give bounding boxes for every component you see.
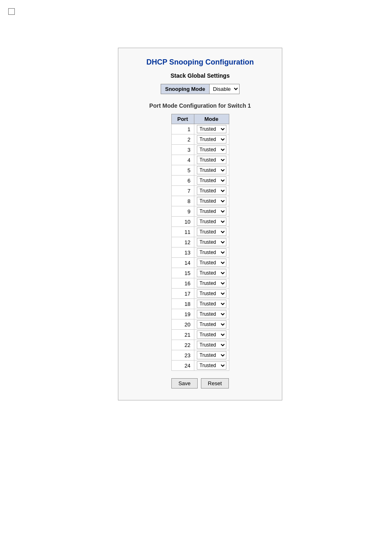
mode-select[interactable]: TrustedUntrusted bbox=[197, 351, 226, 359]
mode-select[interactable]: TrustedUntrusted bbox=[197, 228, 226, 236]
mode-select[interactable]: TrustedUntrusted bbox=[197, 341, 226, 349]
port-number: 8 bbox=[171, 196, 194, 206]
port-number: 23 bbox=[171, 350, 194, 361]
mode-select[interactable]: TrustedUntrusted bbox=[197, 310, 226, 318]
section-subtitle: Stack Global Settings bbox=[171, 72, 230, 79]
mode-select[interactable]: TrustedUntrusted bbox=[197, 135, 226, 143]
mode-select[interactable]: TrustedUntrusted bbox=[197, 269, 226, 277]
mode-cell: TrustedUntrusted bbox=[194, 176, 229, 186]
table-row: 20TrustedUntrusted bbox=[171, 319, 229, 330]
mode-cell: TrustedUntrusted bbox=[194, 361, 229, 371]
mode-cell: TrustedUntrusted bbox=[194, 186, 229, 196]
table-row: 7TrustedUntrusted bbox=[171, 186, 229, 196]
mode-cell: TrustedUntrusted bbox=[194, 289, 229, 299]
mode-select[interactable]: TrustedUntrusted bbox=[197, 146, 226, 154]
mode-cell: TrustedUntrusted bbox=[194, 319, 229, 330]
mode-select[interactable]: TrustedUntrusted bbox=[197, 176, 226, 185]
mode-select[interactable]: TrustedUntrusted bbox=[197, 217, 226, 226]
table-row: 11TrustedUntrusted bbox=[171, 227, 229, 237]
mode-cell: TrustedUntrusted bbox=[194, 134, 229, 145]
mode-select[interactable]: TrustedUntrusted bbox=[197, 289, 226, 298]
port-number: 10 bbox=[171, 217, 194, 227]
table-row: 9TrustedUntrusted bbox=[171, 206, 229, 217]
table-row: 23TrustedUntrusted bbox=[171, 350, 229, 361]
snooping-mode-label: Snooping Mode bbox=[161, 84, 209, 94]
save-button[interactable]: Save bbox=[171, 378, 198, 388]
col-header-mode: Mode bbox=[194, 114, 229, 124]
table-row: 18TrustedUntrusted bbox=[171, 299, 229, 309]
table-row: 3TrustedUntrusted bbox=[171, 145, 229, 155]
port-number: 18 bbox=[171, 299, 194, 309]
mode-cell: TrustedUntrusted bbox=[194, 299, 229, 309]
mode-select[interactable]: TrustedUntrusted bbox=[197, 187, 226, 195]
port-number: 9 bbox=[171, 206, 194, 217]
port-number: 2 bbox=[171, 134, 194, 145]
mode-cell: TrustedUntrusted bbox=[194, 217, 229, 227]
port-number: 4 bbox=[171, 155, 194, 165]
port-number: 5 bbox=[171, 165, 194, 176]
mode-cell: TrustedUntrusted bbox=[194, 309, 229, 319]
page-wrapper: DHCP Snooping Configuration Stack Global… bbox=[0, 0, 392, 417]
mode-cell: TrustedUntrusted bbox=[194, 165, 229, 176]
table-row: 14TrustedUntrusted bbox=[171, 258, 229, 268]
buttons-row: Save Reset bbox=[171, 378, 229, 388]
port-number: 16 bbox=[171, 278, 194, 289]
mode-select[interactable]: TrustedUntrusted bbox=[197, 207, 226, 215]
table-row: 13TrustedUntrusted bbox=[171, 247, 229, 258]
mode-select[interactable]: TrustedUntrusted bbox=[197, 156, 226, 164]
port-number: 11 bbox=[171, 227, 194, 237]
table-row: 8TrustedUntrusted bbox=[171, 196, 229, 206]
table-row: 4TrustedUntrusted bbox=[171, 155, 229, 165]
mode-cell: TrustedUntrusted bbox=[194, 278, 229, 289]
table-row: 19TrustedUntrusted bbox=[171, 309, 229, 319]
reset-button[interactable]: Reset bbox=[201, 378, 229, 388]
port-number: 20 bbox=[171, 319, 194, 330]
table-row: 22TrustedUntrusted bbox=[171, 340, 229, 350]
mode-cell: TrustedUntrusted bbox=[194, 227, 229, 237]
port-number: 12 bbox=[171, 237, 194, 247]
mode-cell: TrustedUntrusted bbox=[194, 196, 229, 206]
mode-select[interactable]: TrustedUntrusted bbox=[197, 361, 226, 370]
mode-select[interactable]: TrustedUntrusted bbox=[197, 259, 226, 267]
port-number: 21 bbox=[171, 330, 194, 340]
mode-cell: TrustedUntrusted bbox=[194, 237, 229, 247]
table-row: 17TrustedUntrusted bbox=[171, 289, 229, 299]
snooping-mode-select[interactable]: DisableEnable bbox=[209, 84, 240, 94]
mode-select[interactable]: TrustedUntrusted bbox=[197, 166, 226, 174]
mode-select[interactable]: TrustedUntrusted bbox=[197, 197, 226, 205]
port-config-title: Port Mode Configuration for Switch 1 bbox=[149, 102, 251, 109]
config-box: DHCP Snooping Configuration Stack Global… bbox=[118, 48, 282, 400]
mode-select[interactable]: TrustedUntrusted bbox=[197, 279, 226, 287]
mode-cell: TrustedUntrusted bbox=[194, 206, 229, 217]
checkbox-icon[interactable] bbox=[8, 8, 15, 15]
snooping-mode-row: Snooping Mode DisableEnable bbox=[161, 84, 240, 94]
mode-cell: TrustedUntrusted bbox=[194, 330, 229, 340]
port-number: 24 bbox=[171, 361, 194, 371]
mode-select[interactable]: TrustedUntrusted bbox=[197, 320, 226, 328]
col-header-port: Port bbox=[171, 114, 194, 124]
port-number: 22 bbox=[171, 340, 194, 350]
table-row: 16TrustedUntrusted bbox=[171, 278, 229, 289]
mode-cell: TrustedUntrusted bbox=[194, 145, 229, 155]
mode-cell: TrustedUntrusted bbox=[194, 247, 229, 258]
table-row: 5TrustedUntrusted bbox=[171, 165, 229, 176]
table-row: 2TrustedUntrusted bbox=[171, 134, 229, 145]
mode-select[interactable]: TrustedUntrusted bbox=[197, 248, 226, 257]
table-row: 10TrustedUntrusted bbox=[171, 217, 229, 227]
mode-cell: TrustedUntrusted bbox=[194, 124, 229, 134]
port-number: 17 bbox=[171, 289, 194, 299]
port-table: Port Mode 1TrustedUntrusted2TrustedUntru… bbox=[171, 114, 229, 371]
page-title: DHCP Snooping Configuration bbox=[146, 58, 254, 67]
mode-cell: TrustedUntrusted bbox=[194, 350, 229, 361]
table-row: 1TrustedUntrusted bbox=[171, 124, 229, 134]
mode-select[interactable]: TrustedUntrusted bbox=[197, 238, 226, 246]
port-number: 14 bbox=[171, 258, 194, 268]
mode-cell: TrustedUntrusted bbox=[194, 340, 229, 350]
mode-select[interactable]: TrustedUntrusted bbox=[197, 331, 226, 339]
mode-select[interactable]: TrustedUntrusted bbox=[197, 300, 226, 308]
port-number: 6 bbox=[171, 176, 194, 186]
port-number: 19 bbox=[171, 309, 194, 319]
mode-cell: TrustedUntrusted bbox=[194, 258, 229, 268]
mode-select[interactable]: TrustedUntrusted bbox=[197, 125, 226, 133]
port-number: 3 bbox=[171, 145, 194, 155]
